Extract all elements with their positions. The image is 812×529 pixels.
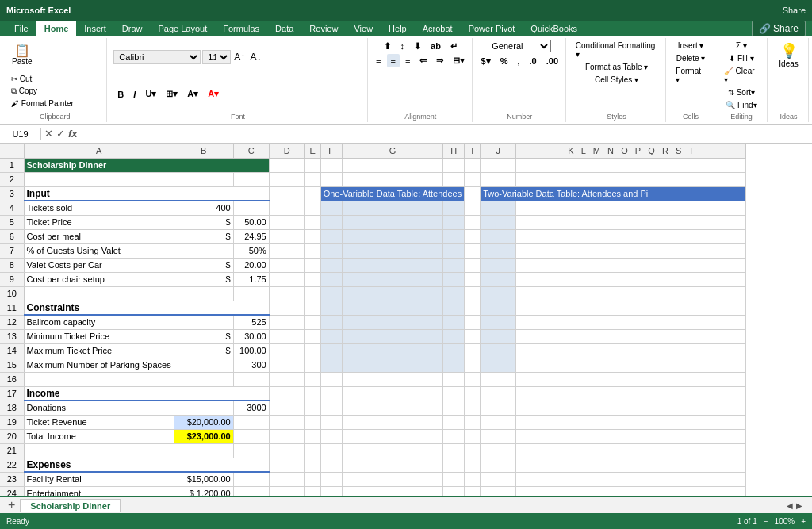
cell-G8[interactable] <box>342 258 443 272</box>
cell-H4[interactable] <box>443 201 465 215</box>
cell-H13[interactable] <box>443 329 465 343</box>
cell-F9[interactable] <box>320 272 342 286</box>
cell-A20[interactable]: Total Income <box>24 429 174 443</box>
col-header-J[interactable]: J <box>481 144 516 158</box>
cell-B23[interactable]: $15,000.00 <box>174 472 233 486</box>
cell-G11[interactable] <box>342 301 443 315</box>
format-cells-button[interactable]: Format ▾ <box>672 65 708 86</box>
cell-B19[interactable]: $20,000.00 <box>174 415 233 429</box>
cell-B15[interactable] <box>174 358 233 372</box>
cell-E9[interactable] <box>304 272 320 286</box>
cell-K6[interactable] <box>516 229 746 243</box>
cell-F20[interactable] <box>320 429 342 443</box>
col-header-A[interactable]: A <box>24 144 174 158</box>
cell-D10[interactable] <box>269 286 304 301</box>
cell-F21[interactable] <box>320 443 342 458</box>
tab-acrobat[interactable]: Acrobat <box>415 21 461 36</box>
cell-E6[interactable] <box>304 229 320 243</box>
cell-I7[interactable] <box>465 243 481 258</box>
cell-A18[interactable]: Donations <box>24 401 174 415</box>
cell-G16[interactable] <box>342 372 443 386</box>
cell-C23[interactable] <box>233 472 269 486</box>
cell-J14[interactable] <box>481 343 516 358</box>
cell-K1[interactable] <box>516 158 746 172</box>
cell-E10[interactable] <box>304 286 320 301</box>
cell-F3-one-variable[interactable]: One-Variable Data Table: Attendees <box>320 186 465 201</box>
col-header-I[interactable]: I <box>465 144 481 158</box>
cell-H23[interactable] <box>443 472 465 486</box>
cell-E11[interactable] <box>304 301 320 315</box>
insert-function-icon[interactable]: fx <box>68 128 78 140</box>
merge-center-button[interactable]: ⊟▾ <box>449 54 469 67</box>
copy-button[interactable]: ⧉ Copy <box>8 85 77 98</box>
cell-A7[interactable]: % of Guests Using Valet <box>24 243 174 258</box>
align-right-button[interactable]: ≡ <box>401 54 414 67</box>
tab-draw[interactable]: Draw <box>114 21 151 36</box>
cell-E15[interactable] <box>304 358 320 372</box>
align-middle-button[interactable]: ↕ <box>396 40 409 53</box>
cell-J7[interactable] <box>481 243 516 258</box>
cell-H7[interactable] <box>443 243 465 258</box>
cell-D2[interactable] <box>269 172 304 186</box>
increase-decimal-button[interactable]: .0 <box>526 55 541 68</box>
cell-C9[interactable]: 1.75 <box>233 272 269 286</box>
add-sheet-button[interactable]: + <box>3 498 20 512</box>
cell-I2[interactable] <box>465 172 481 186</box>
border-button[interactable]: ⊞▾ <box>162 87 182 101</box>
cell-C18[interactable]: 3000 <box>233 401 269 415</box>
cell-E4[interactable] <box>304 201 320 215</box>
cell-K8[interactable] <box>516 258 746 272</box>
cell-G6[interactable] <box>342 229 443 243</box>
increase-indent-button[interactable]: ⇒ <box>432 54 447 67</box>
fill-color-button[interactable]: A▾ <box>183 87 202 101</box>
cell-B13[interactable]: $ <box>174 329 233 343</box>
decrease-indent-button[interactable]: ⇐ <box>416 54 431 67</box>
cell-J1[interactable] <box>481 158 516 172</box>
cancel-formula-icon[interactable]: ✕ <box>44 128 53 140</box>
cell-F15[interactable] <box>320 358 342 372</box>
cell-K10[interactable] <box>516 286 746 301</box>
cell-D20[interactable] <box>269 429 304 443</box>
cell-G4[interactable] <box>342 201 443 215</box>
cell-A23[interactable]: Facility Rental <box>24 472 174 486</box>
col-header-C[interactable]: C <box>233 144 269 158</box>
cell-B9[interactable]: $ <box>174 272 233 286</box>
comma-button[interactable]: , <box>514 55 524 68</box>
cell-F10[interactable] <box>320 286 342 301</box>
font-size-select[interactable]: 11 <box>202 50 231 64</box>
cell-K7[interactable] <box>516 243 746 258</box>
cell-K18[interactable] <box>516 401 746 415</box>
cell-F22[interactable] <box>320 458 342 472</box>
zoom-out-button[interactable]: − <box>764 517 768 526</box>
cell-A22[interactable]: Expenses <box>24 458 269 472</box>
cell-F13[interactable] <box>320 329 342 343</box>
cell-A17[interactable]: Income <box>24 386 269 401</box>
fill-button[interactable]: ⬇ Fill ▾ <box>726 52 756 64</box>
underline-button[interactable]: U▾ <box>141 87 160 101</box>
cell-I14[interactable] <box>465 343 481 358</box>
cell-G18[interactable] <box>342 401 443 415</box>
cell-I17[interactable] <box>465 386 481 401</box>
cell-I21[interactable] <box>465 443 481 458</box>
cell-H21[interactable] <box>443 443 465 458</box>
cell-H2[interactable] <box>443 172 465 186</box>
cell-B21[interactable] <box>174 443 233 458</box>
cell-G21[interactable] <box>342 443 443 458</box>
cell-J2[interactable] <box>481 172 516 186</box>
cell-F2[interactable] <box>320 172 342 186</box>
number-format-select[interactable]: General <box>488 40 551 52</box>
cell-C5[interactable]: 50.00 <box>233 215 269 229</box>
cell-reference-box[interactable]: U19 <box>0 128 41 140</box>
cell-K13[interactable] <box>516 329 746 343</box>
cell-I3[interactable] <box>465 186 481 201</box>
cell-C8[interactable]: 20.00 <box>233 258 269 272</box>
font-color-button[interactable]: A▾ <box>204 87 223 101</box>
cell-K2[interactable] <box>516 172 746 186</box>
cell-K15[interactable] <box>516 358 746 372</box>
cell-E19[interactable] <box>304 415 320 429</box>
font-name-select[interactable]: Calibri <box>113 50 201 64</box>
find-select-button[interactable]: 🔍 Find▾ <box>722 99 760 111</box>
formula-input[interactable] <box>81 128 812 140</box>
cell-D19[interactable] <box>269 415 304 429</box>
align-center-button[interactable]: ≡ <box>387 54 400 67</box>
